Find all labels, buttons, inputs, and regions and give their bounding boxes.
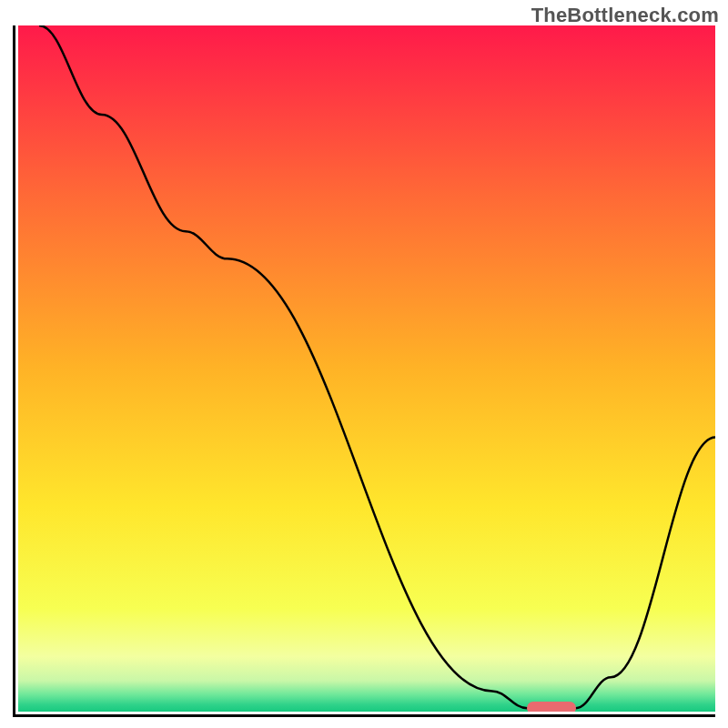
chart-canvas: TheBottleneck.com <box>0 0 728 728</box>
optimal-range-marker <box>527 702 576 712</box>
bottleneck-curve <box>18 25 715 712</box>
watermark-text: TheBottleneck.com <box>531 4 719 27</box>
axes-frame <box>13 25 715 717</box>
plot-area <box>18 25 715 712</box>
